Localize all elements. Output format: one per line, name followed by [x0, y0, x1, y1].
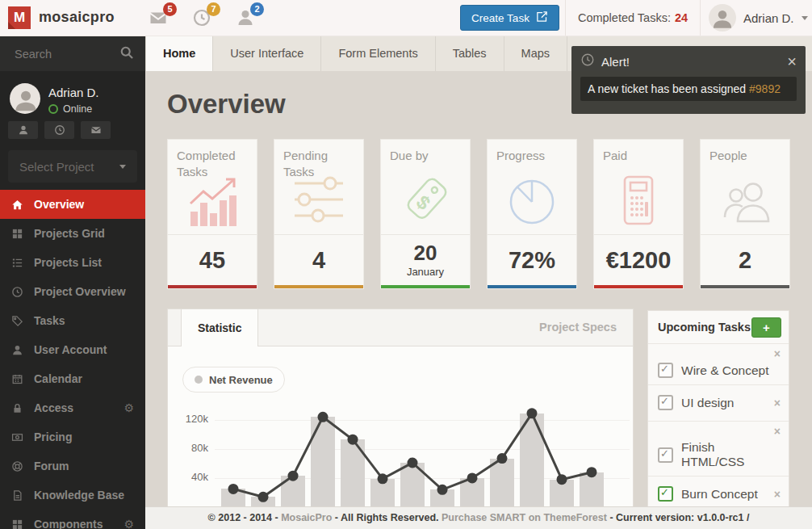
alert-message: A new ticket has been assigned #9892	[580, 77, 797, 101]
sidebar-item-pricing[interactable]: Pricing	[0, 422, 145, 451]
completed-tasks-label: Completed Tasks:	[578, 11, 671, 24]
clock-icon	[54, 124, 65, 136]
sidebar-item-overview[interactable]: Overview	[0, 190, 145, 219]
task-checkbox[interactable]: ✓	[658, 363, 673, 378]
quick-envelope-button[interactable]	[81, 121, 111, 139]
task-row: ✓Burn Concept×	[648, 476, 789, 507]
people-icon	[701, 169, 789, 232]
profile-menu[interactable]: Adrian D.	[699, 0, 812, 36]
chevron-down-icon	[802, 16, 808, 20]
sliders-icon	[274, 169, 363, 232]
task-label: Finish HTML/CSS	[681, 440, 781, 469]
sidebar-item-projects-grid[interactable]: Projects Grid	[0, 219, 145, 248]
sidebar-quick-actions	[8, 121, 111, 139]
brand-logo[interactable]: M	[8, 6, 31, 29]
sidebar-item-components[interactable]: Components⚙	[0, 510, 145, 529]
tab-statistic[interactable]: Statistic	[181, 309, 258, 346]
card-title: Due by	[381, 140, 463, 164]
card-value: 2	[739, 248, 751, 272]
alert-toast: Alert! × A new ticket has been assigned …	[571, 46, 806, 114]
completed-tasks-summary: Completed Tasks: 24	[565, 0, 701, 36]
upcoming-tasks-panel: Upcoming Tasks + ×✓Wire & Concept✓UI des…	[647, 310, 789, 507]
footer-link[interactable]: MosaicPro	[281, 512, 332, 523]
delete-task-icon[interactable]: ×	[774, 397, 781, 409]
task-checkbox[interactable]: ✓	[658, 486, 673, 502]
sidebar: Adrian D. Online Select Project Overview…	[0, 71, 145, 529]
delete-task-icon[interactable]: ×	[774, 488, 781, 501]
delete-task-icon[interactable]: ×	[774, 347, 781, 360]
sidebar-item-tasks[interactable]: Tasks	[0, 306, 145, 335]
quick-user-button[interactable]	[8, 121, 38, 139]
sidebar-item-knowledge-base[interactable]: Knowledge Base	[0, 481, 145, 510]
sidebar-item-user-account[interactable]: User Account	[0, 335, 145, 364]
stat-card-pending-tasks: Pending Tasks4	[274, 139, 364, 289]
footer-text: © 2012 - 2014 -	[208, 512, 282, 523]
clock-notification[interactable]: 7	[192, 8, 211, 27]
search-icon[interactable]	[119, 44, 135, 64]
stat-card-paid: Paid€1200	[593, 139, 684, 289]
sidebar-item-projects-list[interactable]: Projects List	[0, 248, 145, 277]
footer: © 2012 - 2014 - MosaicPro - All Rights R…	[145, 506, 812, 529]
task-row: ✓UI design×	[648, 384, 789, 421]
tab-home[interactable]: Home	[145, 36, 213, 71]
stat-card-due-by: Due by$20January	[380, 139, 471, 289]
statistic-panel: Statistic Project Specs Net Revenue 40k8…	[167, 309, 634, 507]
legend-label: Net Revenue	[209, 374, 273, 386]
page-title: Overview	[167, 89, 286, 120]
tab-tables[interactable]: Tables	[436, 36, 504, 71]
gear-icon[interactable]: ⚙	[123, 402, 134, 414]
task-label: Burn Concept	[681, 487, 758, 502]
sidebar-user-name: Adrian D.	[48, 86, 99, 99]
card-value: 20	[414, 242, 437, 264]
chart-up-icon	[168, 169, 257, 232]
envelope-notification[interactable]: 5	[149, 8, 168, 27]
user-icon	[18, 124, 29, 136]
delete-task-icon[interactable]: ×	[774, 425, 781, 438]
search-input[interactable]	[13, 44, 113, 65]
footer-link[interactable]: Purchase SMART on ThemeForest	[442, 512, 607, 523]
sidebar-item-project-overview[interactable]: Project Overview	[0, 277, 145, 306]
tab-user-interface[interactable]: User Interface	[213, 36, 321, 71]
gear-icon[interactable]: ⚙	[123, 519, 134, 529]
create-task-button[interactable]: Create Task	[460, 5, 559, 31]
card-subvalue: January	[407, 266, 444, 278]
sidebar-avatar[interactable]	[10, 83, 40, 114]
pie-icon	[488, 169, 576, 232]
task-list: ×✓Wire & Concept✓UI design××✓Finish HTML…	[648, 343, 789, 507]
card-title: Progress	[488, 140, 569, 164]
tab-form-elements[interactable]: Form Elements	[321, 36, 435, 71]
task-checkbox[interactable]: ✓	[658, 395, 673, 410]
user-notification[interactable]: 2	[236, 8, 255, 27]
close-icon[interactable]: ×	[787, 55, 797, 68]
alert-clock-icon	[580, 52, 595, 70]
tab-maps[interactable]: Maps	[504, 36, 567, 71]
grid-icon	[11, 228, 23, 240]
sidebar-item-access[interactable]: Access⚙	[0, 393, 145, 422]
tags-icon	[11, 315, 23, 327]
project-select-dropdown[interactable]: Select Project	[8, 150, 137, 183]
brand-name[interactable]: mosaicpro	[39, 9, 115, 26]
notification-badge: 2	[250, 2, 264, 16]
task-checkbox[interactable]: ✓	[658, 447, 673, 463]
task-label: UI design	[681, 396, 734, 410]
project-select-value: Select Project	[19, 160, 94, 174]
tag-icon: $	[381, 169, 470, 232]
user-icon	[11, 344, 23, 356]
card-value: €1200	[606, 248, 672, 272]
card-value: 4	[312, 248, 325, 272]
online-status-icon	[48, 104, 58, 114]
calculator-icon	[594, 169, 683, 232]
top-bar: M mosaicpro 572 Create Task Completed Ta…	[0, 0, 812, 36]
calendar-icon	[11, 373, 23, 385]
stat-card-people: People2	[700, 139, 790, 289]
card-value: 72%	[509, 248, 555, 272]
card-title: Paid	[594, 140, 676, 164]
sidebar-item-calendar[interactable]: Calendar	[0, 364, 145, 393]
sidebar-item-forum[interactable]: Forum	[0, 451, 145, 481]
tab-project-specs[interactable]: Project Specs	[539, 309, 617, 346]
quick-clock-button[interactable]	[44, 121, 74, 139]
footer-text: - All Rights Reserved.	[332, 512, 442, 523]
alert-ticket-number: #9892	[749, 82, 781, 95]
add-task-button[interactable]: +	[751, 317, 781, 338]
create-task-label: Create Task	[471, 12, 529, 24]
